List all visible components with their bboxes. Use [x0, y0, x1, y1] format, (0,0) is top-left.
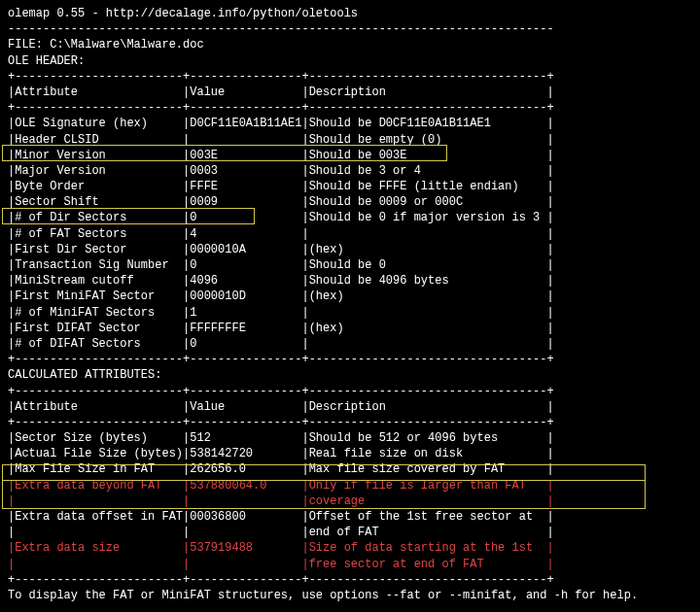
- table1-row: |Major Version |0003 |Should be 3 or 4 |: [8, 163, 692, 179]
- table2-row: |Extra data beyond FAT |537880064.0 |Onl…: [8, 478, 692, 493]
- table1-row: |# of DIFAT Sectors |0 | |: [8, 336, 692, 352]
- table1-row: |OLE Signature (hex) |D0CF11E0A1B11AE1|S…: [8, 116, 692, 131]
- table1-row: |# of Dir Sectors |0 |Should be 0 if maj…: [8, 210, 692, 225]
- terminal-output: olemap 0.55 - http://decalage.info/pytho…: [8, 6, 692, 603]
- file-line: FILE: C:\Malware\Malware.doc: [8, 37, 692, 52]
- section-ole-header: OLE HEADER:: [8, 53, 692, 69]
- table1-row: |First MiniFAT Sector |0000010D |(hex) |: [8, 289, 692, 304]
- table1-row: |First Dir Sector |0000010A |(hex) |: [8, 242, 692, 257]
- section-calc-attrs: CALCULATED ATTRIBUTES:: [8, 367, 692, 383]
- footer-hint: To display the FAT or MiniFAT structures…: [8, 588, 692, 603]
- table2-header: |Attribute |Value |Description |: [8, 399, 692, 415]
- table1-row: |Minor Version |003E |Should be 003E |: [8, 148, 692, 163]
- table1-row: |MiniStream cutoff |4096 |Should be 4096…: [8, 273, 692, 289]
- table2-row: |Actual File Size (bytes)|538142720 |Rea…: [8, 446, 692, 461]
- table2-row: |Extra data offset in FAT|00036800 |Offs…: [8, 509, 692, 525]
- table2-row-cont: | | |end of FAT |: [8, 525, 692, 540]
- table1-header: |Attribute |Value |Description |: [8, 85, 692, 100]
- table1-row: |Transaction Sig Number |0 |Should be 0 …: [8, 257, 692, 273]
- table2-row: |Sector Size (bytes) |512 |Should be 512…: [8, 430, 692, 446]
- table1-row: |Sector Shift |0009 |Should be 0009 or 0…: [8, 194, 692, 210]
- table1-row: |Header CLSID | |Should be empty (0) |: [8, 132, 692, 148]
- table2-row: |Extra data size |537919488 |Size of dat…: [8, 540, 692, 556]
- table1-row: |Byte Order |FFFE |Should be FFFE (littl…: [8, 179, 692, 194]
- table2-row-cont: | | |free sector at end of FAT |: [8, 557, 692, 572]
- table1-row: |# of FAT Sectors |4 | |: [8, 226, 692, 242]
- table2-row-cont: | | |coverage |: [8, 493, 692, 509]
- table1-row: |# of MiniFAT Sectors |1 | |: [8, 305, 692, 321]
- table1-row: |First DIFAT Sector |FFFFFFFE |(hex) |: [8, 321, 692, 336]
- table2-row: |Max File Size in FAT |262656.0 |Max fil…: [8, 461, 692, 477]
- tool-header: olemap 0.55 - http://decalage.info/pytho…: [8, 6, 692, 21]
